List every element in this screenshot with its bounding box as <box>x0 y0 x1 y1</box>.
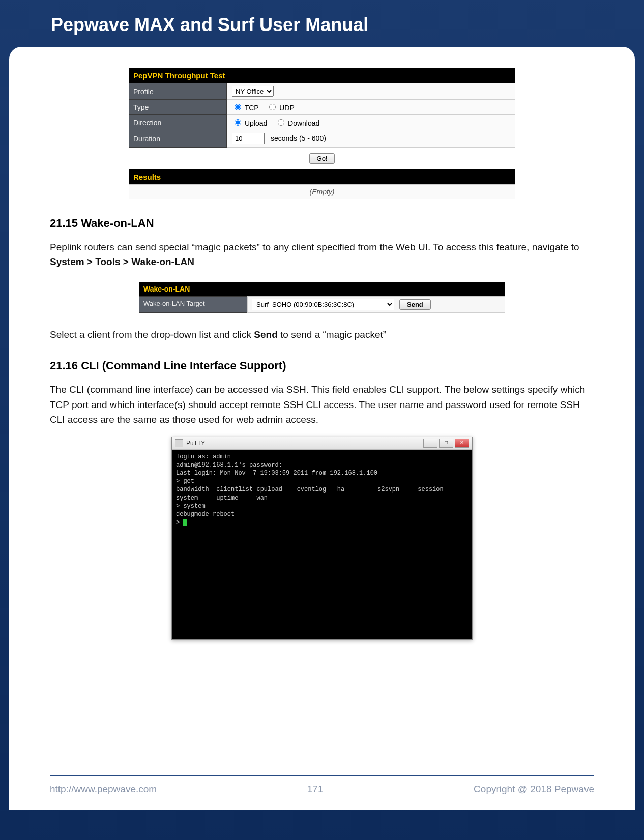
pepvpn-throughput-panel: PepVPN Throughput Test Profile NY Office… <box>129 68 515 199</box>
duration-label: Duration <box>129 130 227 148</box>
putty-body[interactable]: login as: admin admin@192.168.1.1's pass… <box>172 450 472 639</box>
direction-download-radio[interactable] <box>278 119 284 126</box>
wol-target-select[interactable]: Surf_SOHO (00:90:0B:36:3C:8C) <box>252 299 394 310</box>
wol-panel-title: Wake-on-LAN <box>139 282 505 296</box>
duration-input[interactable] <box>232 133 265 144</box>
wol-target-label: Wake-on-LAN Target <box>139 296 247 313</box>
type-tcp-option[interactable]: TCP <box>232 104 260 112</box>
pepvpn-panel-title: PepVPN Throughput Test <box>129 68 515 83</box>
footer-url: http://www.pepwave.com <box>50 784 157 795</box>
footer-copyright: Copyright @ 2018 Pepwave <box>474 784 594 795</box>
page-footer: http://www.pepwave.com 171 Copyright @ 2… <box>50 775 594 795</box>
putty-window: PuTTY – □ ✕ login as: admin admin@192.16… <box>171 437 473 640</box>
profile-label: Profile <box>129 83 227 100</box>
profile-select[interactable]: NY Office <box>232 86 274 97</box>
direction-download-option[interactable]: Download <box>275 119 319 127</box>
wol-paragraph-1: Peplink routers can send special “magic … <box>50 240 594 270</box>
minimize-button[interactable]: – <box>423 439 437 448</box>
cli-paragraph: The CLI (command line interface) can be … <box>50 382 594 427</box>
terminal-output: login as: admin admin@192.168.1.1's pass… <box>176 453 468 527</box>
type-udp-radio[interactable] <box>269 104 276 110</box>
maximize-button[interactable]: □ <box>439 439 453 448</box>
type-label: Type <box>129 100 227 115</box>
putty-titlebar: PuTTY – □ ✕ <box>172 437 472 450</box>
type-udp-option[interactable]: UDP <box>267 104 294 112</box>
document-title: Pepwave MAX and Surf User Manual <box>51 14 593 36</box>
direction-upload-option[interactable]: Upload <box>232 119 269 127</box>
direction-upload-radio[interactable] <box>235 119 241 126</box>
wol-panel: Wake-on-LAN Wake-on-LAN Target Surf_SOHO… <box>139 282 505 313</box>
section-heading-cli: 21.16 CLI (Command Line Interface Suppor… <box>50 359 594 372</box>
putty-icon <box>175 439 183 447</box>
results-empty: (Empty) <box>129 184 515 199</box>
results-title: Results <box>129 169 515 184</box>
go-button[interactable]: Go! <box>309 153 335 164</box>
section-heading-wol: 21.15 Wake-on-LAN <box>50 217 594 230</box>
close-button[interactable]: ✕ <box>455 439 469 448</box>
page-frame: Pepwave MAX and Surf User Manual PepVPN … <box>0 0 644 840</box>
duration-suffix: seconds (5 - 600) <box>271 134 326 142</box>
wol-paragraph-2: Select a client from the drop-down list … <box>50 327 594 342</box>
send-button[interactable]: Send <box>399 299 431 310</box>
header-band: Pepwave MAX and Surf User Manual <box>0 0 644 47</box>
window-buttons: – □ ✕ <box>423 439 469 448</box>
direction-label: Direction <box>129 115 227 130</box>
footer-page-number: 171 <box>307 784 324 795</box>
putty-title: PuTTY <box>186 440 205 447</box>
terminal-cursor <box>183 519 187 526</box>
content-area: PepVPN Throughput Test Profile NY Office… <box>9 47 635 810</box>
type-tcp-radio[interactable] <box>235 104 241 110</box>
go-row: Go! <box>129 148 515 169</box>
